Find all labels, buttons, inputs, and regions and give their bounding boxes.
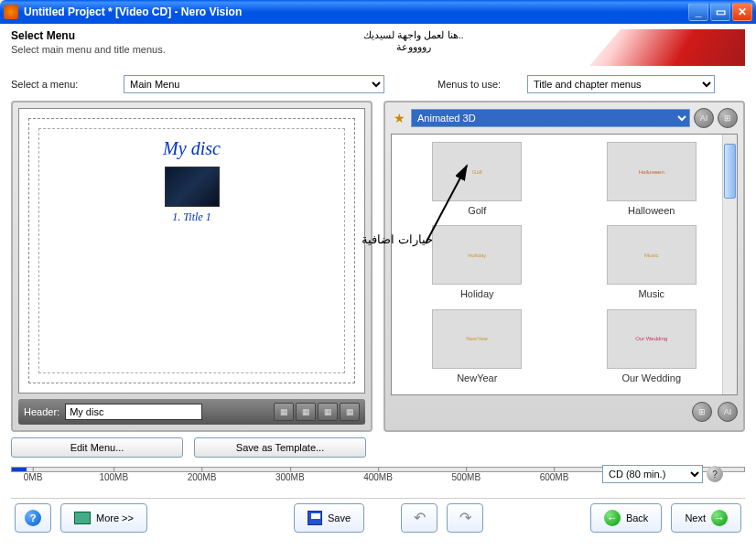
undo-icon: ↶ — [414, 509, 426, 526]
scrollbar-thumb[interactable] — [724, 144, 736, 199]
header-tool-2[interactable]: ▦ — [296, 403, 316, 421]
window-title: Untitled Project * [Video CD] - Nero Vis… — [24, 5, 688, 18]
templates-panel: ★ Animated 3D AI ⊞ Golf Golf Halloween H… — [383, 101, 745, 432]
tick-5: 500MB — [451, 472, 481, 482]
annotation-top: هنا لعمل واجهة لسيديك.. رووووعة — [322, 29, 505, 53]
template-action-1[interactable]: AI — [694, 108, 714, 128]
help-icon: ? — [25, 510, 41, 526]
minimize-button[interactable]: _ — [688, 3, 708, 21]
disc-title: My disc — [49, 138, 335, 159]
capacity-help-icon[interactable]: ? — [707, 466, 723, 482]
tick-3: 300MB — [275, 472, 305, 482]
template-item-wedding[interactable]: Our Wedding Our Wedding — [574, 309, 730, 387]
header-tool-3[interactable]: ▦ — [318, 403, 338, 421]
tick-2: 200MB — [188, 472, 217, 482]
edit-menu-button[interactable]: Edit Menu... — [11, 437, 183, 458]
save-button[interactable]: Save — [294, 503, 364, 533]
star-icon: ★ — [391, 110, 407, 126]
thumbnail-label: 1. Title 1 — [165, 210, 220, 224]
back-arrow-icon: ← — [604, 510, 621, 526]
header-label: Header: — [24, 406, 59, 417]
tick-4: 400MB — [363, 472, 393, 482]
annotation-arrow-text: خيارات اضافية — [362, 232, 433, 246]
select-menu-label: Select a menu: — [11, 79, 116, 90]
maximize-button[interactable]: ▭ — [710, 3, 730, 21]
next-arrow-icon: → — [711, 510, 728, 526]
header-input[interactable] — [65, 404, 202, 420]
next-button[interactable]: Next→ — [671, 503, 741, 533]
template-scrollbar[interactable] — [722, 135, 737, 394]
save-icon — [308, 511, 322, 525]
save-as-template-button[interactable]: Save as Template... — [194, 437, 366, 458]
undo-button[interactable]: ↶ — [401, 503, 437, 533]
more-button[interactable]: More >> — [60, 503, 147, 533]
menu-preview[interactable]: My disc 1. Title 1 — [18, 108, 365, 394]
header-tool-4[interactable]: ▦ — [340, 403, 360, 421]
redo-icon: ↷ — [459, 509, 471, 526]
thumbnail-image — [165, 167, 220, 207]
header-tool-1[interactable]: ▦ — [274, 403, 294, 421]
main-menu-combo[interactable]: Main Menu — [124, 75, 384, 93]
app-icon — [4, 5, 18, 19]
template-item-newyear[interactable]: NewYear NewYear — [399, 309, 556, 387]
category-combo[interactable]: Animated 3D — [411, 109, 690, 127]
template-item-halloween[interactable]: Halloween Halloween — [574, 142, 730, 220]
title-bar: Untitled Project * [Video CD] - Nero Vis… — [0, 0, 756, 24]
bottom-nav: ? More >> Save ↶ ↷ ←Back Next→ — [11, 498, 745, 536]
tick-0: 0MB — [24, 472, 43, 482]
menus-to-use-label: Menus to use: — [437, 79, 520, 90]
tick-6: 600MB — [540, 472, 569, 482]
close-button[interactable]: ✕ — [732, 3, 752, 21]
template-footer-2[interactable]: AI — [718, 402, 738, 422]
preview-panel: My disc 1. Title 1 Header: ▦ ▦ ▦ ▦ — [11, 101, 373, 432]
template-footer-1[interactable]: ⊞ — [692, 402, 712, 422]
back-button[interactable]: ←Back — [590, 503, 662, 533]
redo-button[interactable]: ↷ — [447, 503, 483, 533]
template-action-2[interactable]: ⊞ — [718, 108, 738, 128]
capacity-bar: 0MB 100MB 200MB 300MB 400MB 500MB 600MB … — [11, 467, 745, 494]
template-grid: Golf Golf Halloween Halloween Holiday Ho… — [391, 134, 738, 395]
tick-1: 100MB — [99, 472, 128, 482]
title-thumbnail[interactable]: 1. Title 1 — [165, 167, 220, 224]
template-item-music[interactable]: Music Music — [574, 225, 730, 303]
template-item-golf[interactable]: Golf Golf — [399, 142, 556, 220]
menus-to-use-combo[interactable]: Title and chapter menus — [527, 75, 715, 93]
header-edit-bar: Header: ▦ ▦ ▦ ▦ — [18, 399, 365, 425]
disc-capacity-combo[interactable]: CD (80 min.) — [602, 465, 703, 483]
help-button[interactable]: ? — [15, 503, 51, 533]
disk-icon — [74, 512, 91, 524]
